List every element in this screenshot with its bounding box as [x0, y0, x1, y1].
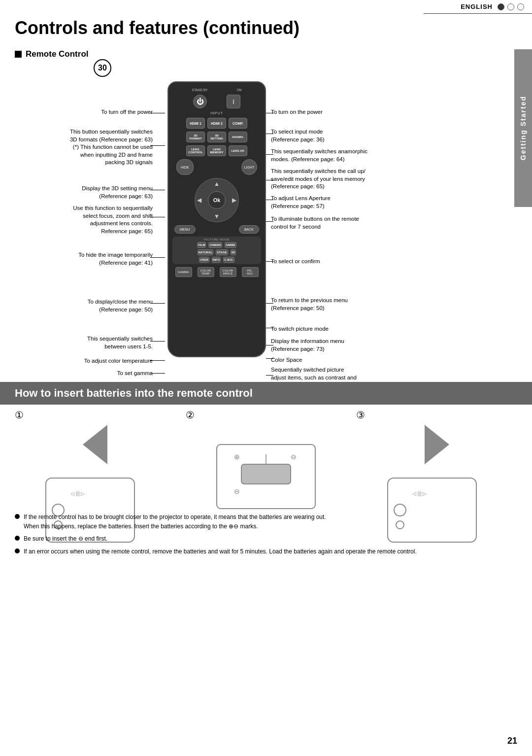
ann-line-r6 — [266, 221, 273, 222]
getting-started-sidebar: Getting Started — [514, 49, 532, 207]
back-button[interactable]: BACK — [239, 225, 259, 234]
remote-body: STAND BY ON ⏻ | INPUT HDMI 1 HDMI 2 COMP… — [167, 81, 266, 357]
ann-line-r5 — [266, 200, 273, 200]
ann-left-7: This sequentially switchesbetween users … — [15, 335, 153, 350]
ok-cluster: ▲ ▼ ◀ ▶ Ok — [195, 178, 239, 222]
ann-line-r1 — [266, 113, 273, 113]
arrow-up[interactable]: ▲ — [214, 180, 220, 187]
footer-note-2: Be sure to insert the ⊖ end first. — [15, 534, 517, 544]
step-3-number: ③ — [356, 409, 365, 421]
ann-left-6: To display/close the menu(Reference page… — [15, 298, 153, 313]
anime-button[interactable]: ANIME — [225, 242, 236, 248]
hdmi1-button[interactable]: HDMI 1 — [186, 118, 205, 129]
ann-right-11: Color Space — [271, 356, 302, 364]
svg-rect-5 — [241, 464, 291, 484]
ann-line-l3 — [150, 190, 165, 190]
3d-mode-button[interactable]: 3D — [231, 249, 236, 255]
standby-on-labels: STAND BY ON — [172, 88, 261, 92]
power-row: ⏻ | — [172, 95, 261, 108]
ann-right-9: To switch picture mode — [271, 325, 329, 333]
lens-ap-button[interactable]: LENS AP. — [229, 145, 247, 156]
picture-mode-row1: FILM CINEMA ANIME — [174, 242, 259, 248]
ann-left-8: To adjust color temperature — [15, 357, 153, 365]
picture-mode-section: PICTURE MODE FILM CINEMA ANIME NATURAL S… — [172, 237, 261, 264]
lens-row: LENS.CONTROL LENSMEMORY LENS AP. — [172, 145, 261, 156]
footer-note-3-text: If an error occurs when using the remote… — [24, 547, 417, 556]
ann-right-5: To adjust Lens Aperture(Reference page: … — [271, 195, 331, 210]
3d-setting-button[interactable]: 3DSETTING — [207, 132, 226, 142]
pic-adj-button[interactable]: PIC.ADJ. — [242, 267, 259, 277]
ann-line-r7 — [266, 261, 273, 262]
3d-format-button[interactable]: 3DFORMAT — [186, 132, 205, 142]
footer-note-3: If an error occurs when using the remote… — [15, 547, 517, 556]
header-bar: ENGLISH — [424, 0, 532, 14]
light-button[interactable]: LIGHT — [241, 159, 257, 175]
menu-button[interactable]: MENU — [174, 225, 196, 234]
color-space-button[interactable]: COLORSPACE — [220, 267, 236, 277]
standby-button[interactable]: ⏻ — [193, 95, 207, 108]
info-button[interactable]: INFO — [212, 257, 221, 263]
cinema-button[interactable]: CINEMA — [208, 242, 222, 248]
ann-line-l2 — [150, 145, 165, 146]
anamo-button[interactable]: ANAMO. — [229, 132, 247, 142]
dot-1 — [498, 3, 504, 10]
ann-left-3: Display the 3D setting menu(Reference pa… — [15, 185, 153, 200]
lens-control-button[interactable]: LENS.CONTROL — [186, 145, 205, 156]
film-button[interactable]: FILM — [197, 242, 206, 248]
how-to-title: How to insert batteries into the remote … — [15, 387, 253, 400]
user-button[interactable]: USER — [199, 257, 209, 263]
input-label: INPUT — [210, 111, 223, 115]
ok-button[interactable]: Ok — [208, 191, 226, 209]
ann-left-5: To hide the image temporarily(Reference … — [15, 251, 153, 267]
ann-line-l1 — [150, 113, 165, 113]
getting-started-label: Getting Started — [519, 96, 527, 160]
arrow-right[interactable]: ▶ — [232, 197, 236, 204]
svg-text:◁ ||| ▷: ◁ ||| ▷ — [70, 491, 85, 496]
footer-note-1: If the remote control has to be brought … — [15, 513, 517, 531]
color-temp-button[interactable]: COLORTEMP — [198, 267, 214, 277]
page-number: 21 — [507, 736, 517, 746]
gamma-button[interactable]: GAMMA — [175, 267, 192, 277]
hdmi2-button[interactable]: HDMI 2 — [207, 118, 226, 129]
ann-line-r10 — [266, 345, 273, 345]
cmd-button[interactable]: C.M.D. — [223, 257, 234, 263]
hide-button[interactable]: HIDE — [176, 159, 194, 175]
ann-line-r9 — [266, 328, 273, 328]
arrow-down[interactable]: ▼ — [214, 213, 220, 220]
ann-line-l5 — [150, 257, 165, 258]
on-button[interactable]: | — [227, 95, 240, 108]
on-label: ON — [237, 88, 242, 92]
section-label: Remote Control — [26, 49, 89, 59]
language-dots — [498, 3, 524, 10]
step-2-number: ② — [186, 409, 195, 421]
natural-button[interactable]: NATURAL — [198, 249, 214, 255]
svg-text:⊖: ⊖ — [234, 487, 240, 495]
ann-right-6: To illuminate buttons on the remotecontr… — [271, 215, 359, 231]
comp-button[interactable]: COMP. — [229, 118, 247, 129]
ann-left-9: To set gamma — [15, 370, 153, 378]
ann-line-l8 — [150, 360, 165, 361]
dot-3 — [517, 3, 524, 10]
ann-line-l4 — [150, 217, 165, 217]
ann-line-l9 — [150, 373, 165, 374]
picture-mode-row2: NATURAL STAGE 3D — [174, 249, 259, 255]
page-title: Controls and features (continued) — [15, 18, 299, 38]
stage-button[interactable]: STAGE — [216, 249, 228, 255]
hide-light-row: HIDE LIGHT — [172, 159, 261, 175]
ann-right-10: Display the information menu(Reference p… — [271, 338, 344, 353]
ann-line-r2 — [266, 134, 273, 134]
lens-memory-button[interactable]: LENSMEMORY — [207, 145, 226, 156]
arrow-left[interactable]: ◀ — [197, 197, 201, 204]
bullet-3 — [15, 549, 20, 553]
3d-row: 3DFORMAT 3DSETTING ANAMO. — [172, 132, 261, 142]
footer-note-1-text: If the remote control has to be brought … — [24, 513, 326, 531]
ann-left-2: This button sequentially switches3D form… — [15, 128, 153, 167]
ann-line-r11 — [266, 358, 273, 359]
picture-mode-row3: USER INFO C.M.D. — [174, 257, 259, 263]
svg-text:⊕: ⊕ — [234, 453, 240, 461]
svg-text:⊖: ⊖ — [291, 453, 297, 461]
ann-right-4: This sequentially switches the call up/s… — [271, 168, 366, 191]
step-1-number: ① — [15, 409, 24, 421]
ann-right-2: To select input mode(Reference page: 36) — [271, 128, 325, 143]
ann-left-4: Use this function to sequentiallyselect … — [15, 205, 153, 235]
